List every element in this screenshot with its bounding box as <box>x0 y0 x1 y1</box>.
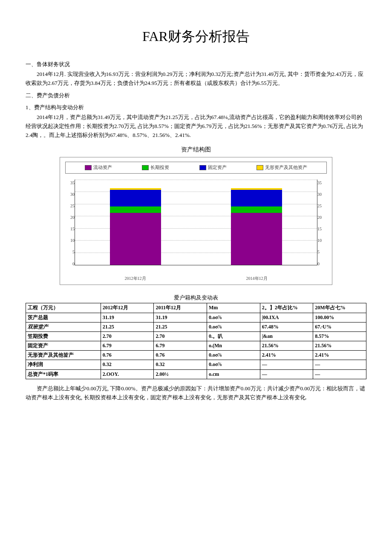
y-tick: 25 <box>317 203 327 209</box>
chart-legend: 流动资产 长期投资 固定资产 无形资产及其他资产 <box>65 162 327 174</box>
section1-text: 2014年12月. 实现营业收入为16.93万元：营业利润为0.29万元；净利润… <box>26 70 366 88</box>
legend-item: 无形资产及其他资产 <box>257 164 307 171</box>
plot-area <box>75 180 317 265</box>
table-cell: 固定资产 <box>26 341 101 351</box>
y-tick: 15 <box>317 226 327 232</box>
chart-container: 流动资产 长期投资 固定资产 无形资产及其他资产 35 30 25 20 15 … <box>60 157 332 285</box>
page-title: FAR财务分析报告 <box>26 26 366 47</box>
table-cell: 0.32 <box>101 360 154 369</box>
bar-segment <box>110 190 161 206</box>
table-cell: |00.IXA <box>260 313 313 322</box>
table-row: 无形资产及其他皆产0.760.760.oσ⅞2.41%2.41% <box>26 351 366 360</box>
table-cell: 2.00½ <box>154 369 207 379</box>
table-cell: — <box>313 360 366 369</box>
table-row: 笠期投费2.702.700.。叭|&an8.57% <box>26 331 366 341</box>
table-cell: 6.79 <box>154 341 207 351</box>
table-cell: 0.32 <box>154 360 207 369</box>
legend-swatch-icon <box>257 165 263 170</box>
y-tick: 10 <box>65 237 75 244</box>
table-cell: 31.19 <box>154 313 207 322</box>
assets-table: 工程（万元）2012年12月2011年12月Mm2。】2年占比%20M年占七%茨… <box>26 303 366 379</box>
y-tick: 0 <box>65 261 75 267</box>
table-cell: 无形资产及其他皆产 <box>26 351 101 360</box>
table-cell: 笠期投费 <box>26 331 101 341</box>
table-cell: 净利润 <box>26 360 101 369</box>
y-tick: 5 <box>65 249 75 256</box>
y-tick: 15 <box>65 226 75 232</box>
bar-segment <box>231 190 282 206</box>
section2-heading: 二、费产负债分析 <box>26 91 366 100</box>
table-caption: 爱户籍构及变动表 <box>26 293 366 302</box>
legend-swatch-icon <box>85 165 92 170</box>
table-cell: 2.41% <box>260 351 313 360</box>
section1-heading: 一、鲁体财务状况 <box>26 60 366 69</box>
y-tick: 20 <box>317 214 327 221</box>
bar-segment <box>110 206 161 213</box>
table-cell: 100.00% <box>313 313 366 322</box>
table-header-cell: 2。】2年占比% <box>260 303 313 313</box>
table-cell: 67.·U% <box>313 322 366 331</box>
table-header-cell: Mm <box>207 303 260 313</box>
x-label: 2014年12月 <box>231 275 282 282</box>
table-cell: 总资产*1码率 <box>26 369 101 379</box>
y-tick: 35 <box>65 180 75 186</box>
legend-swatch-icon <box>199 165 206 170</box>
table-cell: — <box>313 369 366 379</box>
table-cell: 6.79 <box>101 341 154 351</box>
table-row: 茨产总题31.1931.190.oσ⅞|00.IXA100.00% <box>26 313 366 322</box>
legend-item: 固定资产 <box>199 164 227 171</box>
bar-segment <box>231 213 282 264</box>
bar-segment <box>110 213 161 264</box>
table-cell: 21.25 <box>154 322 207 331</box>
bar-2014 <box>231 188 282 265</box>
legend-label: 无形资产及其他资产 <box>265 164 307 171</box>
table-cell: 21.56% <box>260 341 313 351</box>
table-cell: 双班堂产 <box>26 322 101 331</box>
legend-label: 流动资产 <box>93 164 112 171</box>
table-cell: 0.。叭 <box>207 331 260 341</box>
table-cell: 0.76 <box>154 351 207 360</box>
section2-sub1-heading: 1、费产结构与变动分析 <box>26 103 366 112</box>
y-tick: 0 <box>317 261 327 267</box>
bar-2012 <box>110 188 161 265</box>
y-tick: 30 <box>65 191 75 198</box>
y-tick: 20 <box>65 214 75 221</box>
y-tick: 5 <box>317 249 327 256</box>
table-cell: 2.41% <box>313 351 366 360</box>
table-header-row: 工程（万元）2012年12月2011年12月Mm2。】2年占比%20M年占七% <box>26 303 366 313</box>
table-cell: 2.70 <box>101 331 154 341</box>
table-cell: 8.57% <box>313 331 366 341</box>
footer-text: 资产总额比上年喊少0.00万元, 下降0.00%。资产总极减少的原因如下：共计增… <box>26 384 366 402</box>
x-axis: 2012年12月 2014年12月 <box>65 275 327 282</box>
table-cell: 31.19 <box>101 313 154 322</box>
table-row: 总资产*1码率2.OOY.2.00½o.cm—— <box>26 369 366 379</box>
legend-item: 流动资产 <box>85 164 112 171</box>
y-tick: 10 <box>317 237 327 244</box>
table-cell: 0.oσ⅞ <box>207 351 260 360</box>
table-row: 净利润0.320.320.oσ⅞—— <box>26 360 366 369</box>
gridline <box>75 180 317 180</box>
table-row: 双班堂产21.2521.250.oσ⅞67.48%67.·U% <box>26 322 366 331</box>
table-cell: |&an <box>260 331 313 341</box>
legend-item: 长期投资 <box>142 164 169 171</box>
table-cell: 0.oσ⅞ <box>207 322 260 331</box>
table-header-cell: 20M年占七% <box>313 303 366 313</box>
y-axis-right: 35 30 25 20 15 10 5 0 <box>317 180 327 273</box>
chart-body: 35 30 25 20 15 10 5 0 35 30 <box>65 180 327 273</box>
table-cell: 67.48% <box>260 322 313 331</box>
table-cell: — <box>260 369 313 379</box>
table-cell: 2.OOY. <box>101 369 154 379</box>
table-cell: o.(Mn <box>207 341 260 351</box>
y-axis-left: 35 30 25 20 15 10 5 0 <box>65 180 75 273</box>
legend-label: 长期投资 <box>150 164 169 171</box>
table-header-cell: 工程（万元） <box>26 303 101 313</box>
table-row: 固定资产6.796.79o.(Mn21.56%21.56% <box>26 341 366 351</box>
legend-swatch-icon <box>142 165 149 170</box>
table-cell: 0.oσ⅞ <box>207 360 260 369</box>
x-label: 2012年12月 <box>110 275 161 282</box>
table-cell: 21.56% <box>313 341 366 351</box>
chart-title: 资产结构图 <box>26 145 366 154</box>
y-tick: 30 <box>317 191 327 198</box>
table-header-cell: 2012年12月 <box>101 303 154 313</box>
table-cell: 21.25 <box>101 322 154 331</box>
